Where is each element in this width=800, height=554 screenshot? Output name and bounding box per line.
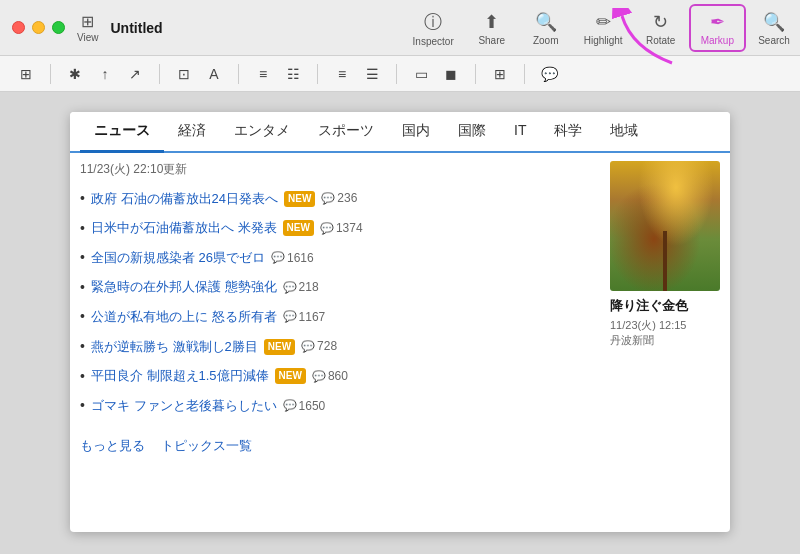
featured-image[interactable] — [610, 161, 720, 291]
rotate-button[interactable]: ↻ Rotate — [635, 4, 687, 52]
comment-count-5: 💬 1167 — [283, 309, 326, 326]
search-label: Search — [758, 35, 790, 46]
toolbar-right: ⓘ Inspector ⬆ Share 🔍 Zoom ✏ Highlight ↻… — [403, 0, 800, 56]
comment-icon-2: 💬 — [320, 221, 334, 236]
bullet-8: • — [80, 396, 85, 416]
news-title-5: 公道が私有地の上に 怒る所有者 — [91, 308, 277, 326]
share-button[interactable]: ⬆ Share — [466, 4, 518, 52]
highlight-button[interactable]: ✏ Highlight — [574, 4, 633, 52]
tab-entertainment[interactable]: エンタメ — [220, 112, 304, 153]
rotate-icon: ↻ — [653, 11, 668, 33]
close-button[interactable] — [12, 21, 25, 34]
tab-domestic[interactable]: 国内 — [388, 112, 444, 153]
bullet-5: • — [80, 307, 85, 327]
bullet-2: • — [80, 219, 85, 239]
comment-count-7: 💬 860 — [312, 368, 348, 385]
insert-btn[interactable]: ⊡ — [170, 61, 198, 87]
style-btn1[interactable]: ≡ — [249, 61, 277, 87]
toolbar2-group3: ⊡ A — [170, 61, 228, 87]
new-badge-1: NEW — [284, 191, 315, 207]
comment-icon-4: 💬 — [283, 280, 297, 295]
toolbar2-group2: ✱ ↑ ↗ — [61, 61, 149, 87]
new-badge-2: NEW — [283, 220, 314, 236]
news-title-2: 日米中が石油備蓄放出へ 米発表 — [91, 219, 277, 237]
news-item-3[interactable]: • 全国の新規感染者 26県でゼロ 💬 1616 — [80, 243, 600, 273]
news-title-1: 政府 石油の備蓄放出24日発表へ — [91, 190, 278, 208]
sidebar-toggle[interactable]: ⊞ — [12, 61, 40, 87]
tab-sports[interactable]: スポーツ — [304, 112, 388, 153]
tab-news[interactable]: ニュース — [80, 112, 164, 153]
divider2 — [159, 64, 160, 84]
comment-count-2: 💬 1374 — [320, 220, 363, 237]
comment-count-8: 💬 1650 — [283, 398, 326, 415]
tab-economy[interactable]: 経済 — [164, 112, 220, 153]
text-btn[interactable]: A — [200, 61, 228, 87]
search-button[interactable]: 🔍 Search — [748, 4, 800, 52]
news-item-2[interactable]: • 日米中が石油備蓄放出へ 米発表 NEW 💬 1374 — [80, 214, 600, 244]
topics-link[interactable]: トピックス一覧 — [161, 437, 252, 455]
view-button[interactable]: ⊞ View — [77, 12, 99, 43]
news-list: 11/23(火) 22:10更新 • 政府 石油の備蓄放出24日発表へ NEW … — [80, 161, 600, 421]
bullet-4: • — [80, 278, 85, 298]
news-item-1[interactable]: • 政府 石油の備蓄放出24日発表へ NEW 💬 236 — [80, 184, 600, 214]
share-label: Share — [478, 35, 505, 46]
divider7 — [524, 64, 525, 84]
news-tabs: ニュース 経済 エンタメ スポーツ 国内 国際 IT 科学 地域 — [70, 112, 730, 153]
featured-date: 11/23(火) 12:15 — [610, 318, 720, 333]
border-btn[interactable]: ▭ — [407, 61, 435, 87]
news-item-8[interactable]: • ゴマキ ファンと老後暮らしたい 💬 1650 — [80, 391, 600, 421]
maximize-button[interactable] — [52, 21, 65, 34]
search-icon: 🔍 — [763, 11, 785, 33]
format-btn3[interactable]: ↗ — [121, 61, 149, 87]
news-item-6[interactable]: • 燕が逆転勝ち 激戦制し2勝目 NEW 💬 728 — [80, 332, 600, 362]
divider6 — [475, 64, 476, 84]
featured-article: 降り注ぐ金色 11/23(火) 12:15 丹波新聞 — [610, 161, 720, 421]
comment-count-1: 💬 236 — [321, 190, 357, 207]
divider1 — [50, 64, 51, 84]
bullet-7: • — [80, 367, 85, 387]
list-btn[interactable]: ☰ — [358, 61, 386, 87]
inspector-icon: ⓘ — [424, 10, 442, 34]
view-label: View — [77, 32, 99, 43]
window-title: Untitled — [111, 20, 163, 36]
toolbar2-group8: 💬 — [535, 61, 563, 87]
minimize-button[interactable] — [32, 21, 45, 34]
highlight-label: Highlight — [584, 35, 623, 46]
comment-count-3: 💬 1616 — [271, 250, 314, 267]
align-btn[interactable]: ≡ — [328, 61, 356, 87]
new-badge-6: NEW — [264, 339, 295, 355]
comment-icon-5: 💬 — [283, 309, 297, 324]
more-link[interactable]: もっと見る — [80, 437, 145, 455]
markup-button[interactable]: ✒ Markup — [689, 4, 746, 52]
markup-icon: ✒ — [710, 11, 725, 33]
comment-count-4: 💬 218 — [283, 279, 319, 296]
tab-science[interactable]: 科学 — [540, 112, 596, 153]
comment-btn[interactable]: 💬 — [535, 61, 563, 87]
table-btn[interactable]: ⊞ — [486, 61, 514, 87]
zoom-button[interactable]: 🔍 Zoom — [520, 4, 572, 52]
bullet-1: • — [80, 189, 85, 209]
news-title-8: ゴマキ ファンと老後暮らしたい — [91, 397, 277, 415]
featured-source: 丹波新聞 — [610, 333, 720, 348]
featured-title: 降り注ぐ金色 — [610, 297, 720, 315]
news-item-4[interactable]: • 緊急時の在外邦人保護 態勢強化 💬 218 — [80, 273, 600, 303]
more-links: もっと見る トピックス一覧 — [70, 429, 730, 463]
news-title-4: 緊急時の在外邦人保護 態勢強化 — [91, 278, 277, 296]
format-btn2[interactable]: ↑ — [91, 61, 119, 87]
news-item-5[interactable]: • 公道が私有地の上に 怒る所有者 💬 1167 — [80, 302, 600, 332]
traffic-lights — [12, 21, 65, 34]
inspector-button[interactable]: ⓘ Inspector — [403, 4, 464, 52]
zoom-label: Zoom — [533, 35, 559, 46]
fill-btn[interactable]: ◼ — [437, 61, 465, 87]
tab-region[interactable]: 地域 — [596, 112, 652, 153]
news-date: 11/23(火) 22:10更新 — [80, 161, 600, 178]
comment-icon-3: 💬 — [271, 250, 285, 265]
tab-international[interactable]: 国際 — [444, 112, 500, 153]
style-btn2[interactable]: ☷ — [279, 61, 307, 87]
bullet-6: • — [80, 337, 85, 357]
doc-page: ニュース 経済 エンタメ スポーツ 国内 国際 IT 科学 地域 11/23(火… — [70, 112, 730, 532]
news-body: 11/23(火) 22:10更新 • 政府 石油の備蓄放出24日発表へ NEW … — [70, 153, 730, 429]
news-item-7[interactable]: • 平田良介 制限超え1.5億円減俸 NEW 💬 860 — [80, 362, 600, 392]
format-btn1[interactable]: ✱ — [61, 61, 89, 87]
tab-it[interactable]: IT — [500, 112, 540, 153]
